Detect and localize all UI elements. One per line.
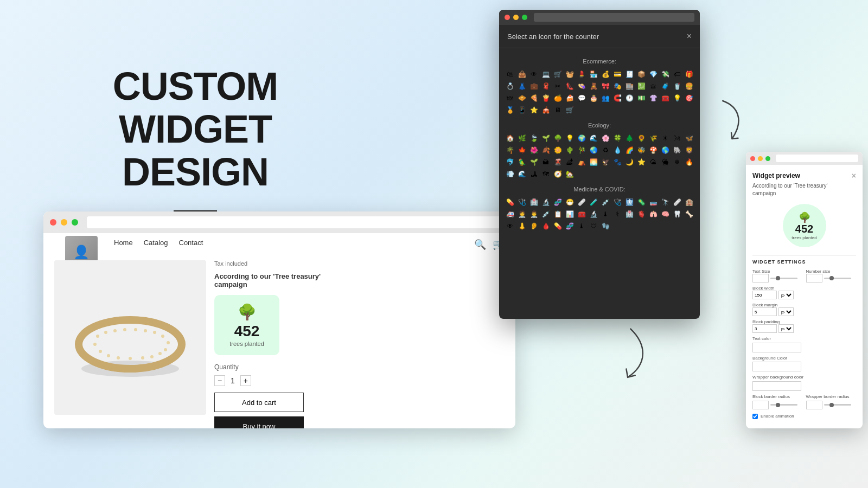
icon-cell[interactable]: 💼	[528, 81, 539, 92]
icon-cell[interactable]: 🏅	[505, 105, 515, 115]
icon-cell[interactable]: 🍟	[540, 93, 551, 104]
icon-cell[interactable]: 🦋	[684, 133, 694, 144]
icon-cell[interactable]: 🦷	[672, 209, 682, 220]
icon-cell[interactable]: 📊	[564, 209, 575, 220]
nav-catalog[interactable]: Catalog	[144, 239, 168, 247]
number-size-input[interactable]	[806, 274, 822, 282]
icon-cell[interactable]: 🍀	[612, 133, 623, 144]
icon-cell[interactable]: 🌋	[552, 157, 563, 168]
icon-cell[interactable]: 🏷	[672, 69, 682, 80]
text-size-input[interactable]	[752, 274, 769, 282]
icon-cell[interactable]: 🍃	[528, 133, 539, 144]
icon-cell[interactable]: 💰	[600, 69, 611, 80]
qty-minus-button[interactable]: −	[214, 375, 225, 386]
wrapper-br-slider[interactable]	[824, 404, 851, 406]
icon-cell[interactable]: 📱	[516, 105, 527, 115]
icon-cell[interactable]: 💊	[505, 197, 515, 208]
icon-cell[interactable]: 🌼	[552, 145, 563, 156]
icon-cell[interactable]: 👒	[576, 81, 587, 92]
icon-cell[interactable]: 🩺	[516, 197, 527, 208]
icon-cell[interactable]: 👗	[516, 81, 527, 92]
icon-cell[interactable]: 🎪	[540, 105, 551, 115]
icon-cell[interactable]: 🧭	[552, 169, 563, 179]
icon-cell[interactable]: 🔬	[588, 209, 599, 220]
icon-cell[interactable]: 🌦	[660, 157, 671, 168]
icon-cell[interactable]: 🦠	[636, 197, 647, 208]
icon-cell[interactable]: 💸	[660, 69, 671, 80]
icon-cell[interactable]: 💄	[576, 69, 587, 80]
icon-cell[interactable]: 🏨	[684, 197, 694, 208]
browser-dot-red[interactable]	[50, 219, 56, 226]
icon-cell[interactable]: 🌎	[660, 145, 671, 156]
icon-cell[interactable]: 🍄	[648, 145, 659, 156]
icon-cell[interactable]: ♻	[600, 145, 611, 156]
icon-cell[interactable]: 🌙	[624, 157, 635, 168]
icon-cell[interactable]: 💎	[648, 69, 659, 80]
block-width-unit[interactable]: px	[778, 291, 794, 299]
icon-cell[interactable]: 🧑‍⚕️	[516, 209, 527, 220]
icon-cell[interactable]: 🖥	[552, 105, 563, 115]
panel-dot-yellow[interactable]	[513, 15, 519, 20]
icon-cell[interactable]: 💧	[612, 145, 623, 156]
wrapper-br-input[interactable]	[806, 401, 822, 409]
icon-cell[interactable]: 👁	[528, 69, 539, 80]
icon-cell[interactable]: 🧠	[660, 209, 671, 220]
icon-cell[interactable]: 🌾	[648, 133, 659, 144]
icon-cell[interactable]: 🏬	[624, 81, 635, 92]
widget-dot-yellow[interactable]	[758, 156, 763, 161]
icon-cell[interactable]: 🌴	[505, 145, 515, 156]
icon-cell[interactable]: 👠	[564, 81, 575, 92]
icon-cell[interactable]: 🫀	[636, 209, 647, 220]
icon-cell[interactable]: 🔬	[540, 197, 551, 208]
icon-cell[interactable]: ⚕	[612, 209, 623, 220]
icon-cell[interactable]: 🫁	[648, 209, 659, 220]
wrapper-bg-input[interactable]: rgba(255,255,255,1.00)	[752, 381, 801, 391]
icon-cell[interactable]: 🔥	[684, 157, 694, 168]
icon-cell[interactable]: 🐬	[505, 157, 515, 168]
icon-picker-close[interactable]: ×	[687, 31, 692, 41]
icon-cell[interactable]: 🍁	[516, 145, 527, 156]
widget-dot-red[interactable]	[750, 156, 755, 161]
icon-cell[interactable]: 👨‍⚕️	[528, 209, 539, 220]
icon-cell[interactable]: 🧲	[612, 93, 623, 104]
icon-cell[interactable]: 🧇	[516, 93, 527, 104]
buy-now-button[interactable]: Buy it now	[214, 416, 304, 428]
icon-cell[interactable]: 👜	[516, 69, 527, 80]
icon-cell[interactable]: 🎋	[576, 145, 587, 156]
widget-preview-close-button[interactable]: ×	[852, 171, 856, 180]
icon-cell[interactable]: 👥	[600, 93, 611, 104]
block-margin-input[interactable]	[752, 307, 777, 316]
icon-cell[interactable]: 🧬	[552, 197, 563, 208]
icon-cell[interactable]: 🌊	[588, 133, 599, 144]
icon-cell[interactable]: 🌱	[528, 157, 539, 168]
icon-cell[interactable]: 🍂	[540, 145, 551, 156]
icon-cell[interactable]: 😷	[564, 197, 575, 208]
icon-cell[interactable]: 🧪	[588, 197, 599, 208]
icon-cell[interactable]: 🧾	[624, 69, 635, 80]
icon-cell[interactable]: 💹	[636, 81, 647, 92]
block-width-input[interactable]	[752, 291, 777, 299]
icon-cell[interactable]: 🌍	[576, 133, 587, 144]
icon-cell[interactable]: 💡	[564, 133, 575, 144]
icon-cell[interactable]: 🍊	[552, 93, 563, 104]
icon-cell[interactable]: 🩺	[612, 197, 623, 208]
block-margin-unit[interactable]: px	[778, 307, 794, 316]
widget-dot-green[interactable]	[765, 156, 770, 161]
browser-address-bar[interactable]	[87, 216, 509, 228]
block-padding-input[interactable]	[752, 324, 777, 333]
panel-dot-green[interactable]	[522, 15, 527, 20]
icon-cell[interactable]: 💵	[636, 93, 647, 104]
icon-cell[interactable]: ✂	[552, 81, 563, 92]
icon-cell[interactable]: 💉	[540, 209, 551, 220]
icon-cell[interactable]: 💳	[612, 69, 623, 80]
icon-cell[interactable]: 🏞	[528, 169, 539, 179]
icon-cell[interactable]: 🩹	[672, 197, 682, 208]
icon-cell[interactable]: 🏠	[505, 133, 515, 144]
icon-cell[interactable]: 🌵	[564, 145, 575, 156]
icon-cell[interactable]: 💉	[600, 197, 611, 208]
panel-dot-red[interactable]	[505, 15, 510, 20]
icon-cell[interactable]: 🎁	[684, 69, 694, 80]
text-size-slider[interactable]	[770, 278, 797, 279]
icon-cell[interactable]: 🏥	[528, 197, 539, 208]
qty-plus-button[interactable]: +	[240, 375, 251, 386]
